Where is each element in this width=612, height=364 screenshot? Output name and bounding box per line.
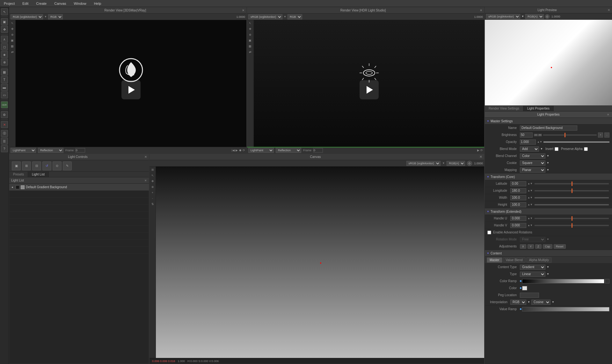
lc-btn-2[interactable]: ⊞: [22, 161, 31, 170]
canvas-tool-move[interactable]: ✥: [150, 179, 155, 184]
preview-eye-btn[interactable]: ⊙: [545, 14, 550, 19]
width-slider[interactable]: [535, 197, 609, 198]
close-icon-ll[interactable]: ✕: [144, 179, 147, 182]
value-ramp-bar[interactable]: [522, 307, 609, 311]
tool-b[interactable]: ☰: [1, 138, 8, 145]
lc-btn-5[interactable]: ⊙: [53, 161, 62, 170]
side-tool-cursor[interactable]: ↖: [10, 21, 15, 26]
canvas-tool-fit[interactable]: ⊞: [150, 167, 155, 172]
light-list-item-0[interactable]: ● Default Gradient Background: [9, 184, 149, 191]
reflection-select-right[interactable]: Reflection: [276, 148, 301, 153]
side-tool-region-r[interactable]: ▦: [248, 44, 253, 49]
longitude-slider[interactable]: [535, 190, 609, 191]
tab-presets[interactable]: Presets: [9, 172, 28, 177]
lightpaint-select-right[interactable]: LightPaint: [248, 148, 274, 153]
side-tool-move-r[interactable]: ✥: [248, 26, 253, 32]
type-select[interactable]: Linear: [520, 272, 545, 277]
close-icon-left[interactable]: ✕: [242, 9, 244, 12]
canvas-tool-zoomin[interactable]: +: [150, 190, 155, 195]
canvas-tool-flip[interactable]: ⇅: [150, 202, 155, 207]
side-tool-fit-r[interactable]: ▣: [248, 38, 253, 43]
brightness-lock[interactable]: -: [604, 132, 609, 138]
channel-select-left[interactable]: RGB: [48, 14, 63, 19]
transform-extended-header[interactable]: ▼ Transform (Extended): [485, 208, 612, 215]
tool-paint[interactable]: ◈: [1, 51, 8, 58]
menu-item-edit[interactable]: Edit: [21, 1, 30, 6]
adj-btn-cap[interactable]: Cap: [543, 244, 553, 249]
tool-gradient[interactable]: ▦: [1, 68, 8, 75]
interpolation-select-1[interactable]: RGB: [510, 300, 526, 305]
side-tool-cursor-r[interactable]: ↖: [248, 21, 253, 26]
side-tool-flip[interactable]: ⇄: [10, 49, 15, 54]
content-tab-value-blend[interactable]: Value Blend: [503, 257, 526, 263]
preview-channel[interactable]: RGB(A): [525, 14, 544, 19]
adj-btn-x[interactable]: X: [520, 244, 526, 249]
tool-eraser[interactable]: ◻: [1, 43, 8, 50]
lc-btn-6[interactable]: ✎: [63, 161, 72, 170]
side-tool-fit[interactable]: ▣: [10, 38, 15, 43]
lc-btn-4[interactable]: ↺: [42, 161, 51, 170]
menu-item-project[interactable]: Project: [3, 1, 16, 6]
height-input[interactable]: [510, 202, 526, 207]
tool-hdr[interactable]: HDR: [1, 101, 8, 108]
tool-arrow[interactable]: ↖: [1, 8, 8, 15]
content-tab-alpha-multiply[interactable]: Alpha Multiply: [526, 257, 552, 263]
side-tool-move[interactable]: ✥: [10, 26, 15, 32]
latitude-slider[interactable]: [535, 183, 609, 184]
play-controls-left[interactable]: |◀▶⏺⟳: [232, 149, 245, 152]
brightness-slider[interactable]: [543, 134, 597, 136]
tool-c[interactable]: ?: [1, 145, 8, 152]
close-icon-lc[interactable]: ✕: [144, 155, 147, 159]
lc-btn-1[interactable]: ▣: [12, 161, 21, 170]
frame-input-right[interactable]: [313, 148, 323, 153]
height-slider[interactable]: [535, 204, 609, 205]
close-icon-preview[interactable]: ✕: [608, 8, 610, 12]
color-ramp-bar[interactable]: [522, 279, 604, 283]
content-tab-master[interactable]: Master: [487, 257, 502, 263]
tool-eyedropper[interactable]: ⊕: [1, 59, 8, 66]
side-tool-zoom-r[interactable]: ⊕: [248, 32, 253, 37]
invert-checkbox[interactable]: [555, 147, 558, 151]
tool-text[interactable]: T: [1, 76, 8, 83]
peg-location-input[interactable]: [520, 293, 539, 298]
canvas-channel[interactable]: RGB(A): [447, 161, 465, 166]
tab-light-properties[interactable]: Light Properties: [523, 106, 554, 111]
tab-light-list[interactable]: Light List: [28, 172, 49, 177]
handle-v-slider[interactable]: [535, 225, 609, 226]
tool-move[interactable]: ✥: [1, 26, 8, 33]
latitude-input[interactable]: [510, 181, 526, 186]
menu-item-create[interactable]: Create: [35, 1, 48, 6]
reflection-select-left[interactable]: Reflection: [38, 148, 63, 153]
canvas-eye-btn[interactable]: ⊙: [467, 161, 472, 166]
opacity-input[interactable]: [520, 139, 536, 145]
side-tool-region[interactable]: ▦: [10, 44, 15, 49]
tool-select[interactable]: ▣: [1, 18, 8, 25]
side-tool-flip-r[interactable]: ⇄: [248, 49, 253, 54]
master-settings-header[interactable]: ▼ Master Settings: [485, 118, 612, 124]
canvas-tool-zoomout[interactable]: -: [150, 196, 155, 201]
handle-v-input[interactable]: [510, 223, 526, 228]
preserve-alpha-checkbox[interactable]: [584, 147, 588, 151]
preview-colorspace[interactable]: sRGB (srgbMonitor): [486, 14, 520, 19]
tool-settings[interactable]: ⚙: [1, 111, 8, 118]
adj-btn-y[interactable]: Y: [528, 244, 534, 249]
tool-crop[interactable]: ▭: [1, 91, 8, 98]
tab-render-view-settings[interactable]: Render View Settings: [485, 106, 523, 111]
colorspace-select-right[interactable]: sRGB (srgbMonitor): [248, 14, 282, 19]
tool-brush[interactable]: ∧: [1, 36, 8, 43]
blend-mode-select[interactable]: Add: [520, 146, 539, 152]
color-ramp-sq[interactable]: [605, 279, 609, 283]
handle-u-slider[interactable]: [535, 218, 609, 219]
visibility-icon[interactable]: ●: [11, 185, 14, 189]
brightness-plus[interactable]: +: [538, 134, 542, 136]
canvas-colorspace[interactable]: sRGB (srgbMonitor): [406, 161, 441, 166]
transform-core-header[interactable]: ▼ Transform (Core): [485, 174, 612, 180]
colorspace-select-left[interactable]: RGB (srgbMonitor): [11, 14, 43, 19]
name-input[interactable]: [520, 125, 577, 131]
menu-item-window[interactable]: Window: [73, 1, 88, 6]
longitude-input[interactable]: [510, 188, 526, 193]
content-type-select[interactable]: Gradient: [520, 265, 545, 270]
brightness-input[interactable]: [520, 132, 533, 138]
lightpaint-select-left[interactable]: LightPaint: [11, 148, 36, 153]
channel-select-right[interactable]: RGB: [288, 14, 302, 19]
